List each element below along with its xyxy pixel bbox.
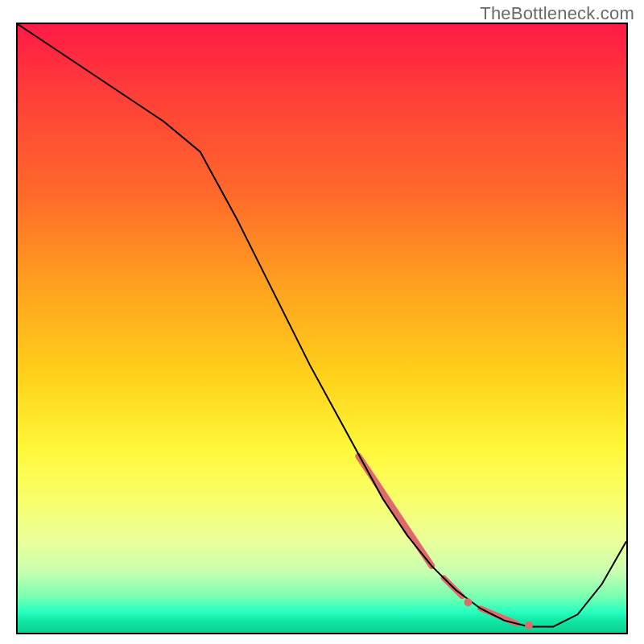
plot-area	[16, 23, 628, 634]
highlight-point	[464, 598, 472, 606]
bottleneck-curve	[18, 24, 626, 626]
highlight-layer	[358, 456, 517, 624]
chart-svg	[18, 24, 626, 633]
watermark-label: TheBottleneck.com	[480, 3, 634, 24]
chart-container: TheBottleneck.com	[0, 0, 644, 644]
highlight-point	[525, 621, 533, 630]
